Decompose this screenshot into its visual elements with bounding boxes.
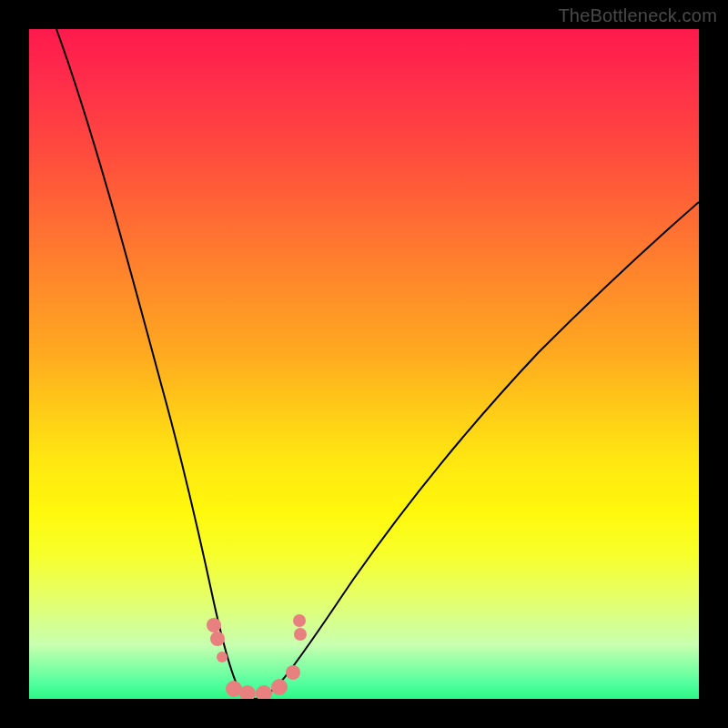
left-curve	[56, 29, 255, 699]
chart-frame: TheBottleneck.com	[0, 0, 728, 728]
marker-point	[217, 652, 228, 662]
plot-area	[29, 29, 699, 699]
marker-point	[294, 628, 307, 641]
watermark-text: TheBottleneck.com	[558, 5, 717, 26]
marker-point	[210, 632, 225, 646]
curve-layer	[29, 29, 699, 699]
marker-point	[271, 679, 288, 695]
right-curve	[255, 202, 699, 699]
marker-point	[207, 618, 221, 632]
marker-point	[256, 685, 272, 699]
marker-point	[293, 614, 306, 627]
marker-group	[207, 614, 307, 699]
marker-point	[286, 665, 300, 680]
